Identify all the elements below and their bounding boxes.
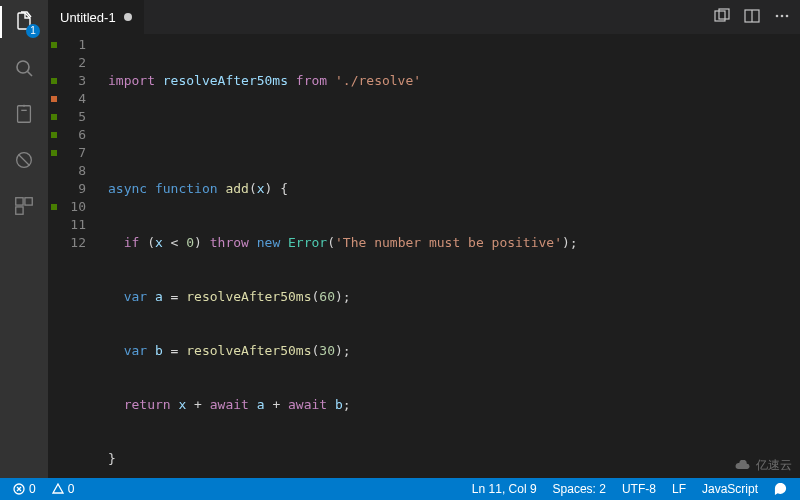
explorer-icon[interactable]: 1 <box>10 8 38 36</box>
watermark: 亿速云 <box>734 457 792 474</box>
glyph-margin <box>48 34 60 478</box>
source-control-icon[interactable] <box>10 100 38 128</box>
status-warnings[interactable]: 0 <box>47 482 80 496</box>
svg-point-0 <box>17 61 29 73</box>
status-encoding[interactable]: UTF-8 <box>617 482 661 496</box>
code-editor[interactable]: 12 34 56 78 910 1112 import resolveAfter… <box>48 34 800 478</box>
status-feedback-icon[interactable] <box>769 483 792 496</box>
status-errors[interactable]: 0 <box>8 482 41 496</box>
split-editor-icon[interactable] <box>744 8 760 27</box>
svg-point-14 <box>776 14 779 17</box>
search-icon[interactable] <box>10 54 38 82</box>
line-numbers: 12 34 56 78 910 1112 <box>60 34 98 478</box>
svg-rect-9 <box>16 207 23 214</box>
svg-point-15 <box>781 14 784 17</box>
more-actions-icon[interactable] <box>774 8 790 27</box>
svg-rect-8 <box>25 198 32 205</box>
svg-line-1 <box>28 72 33 77</box>
debug-icon[interactable] <box>10 146 38 174</box>
code-content[interactable]: import resolveAfter50ms from './resolve'… <box>98 34 800 478</box>
tab-title: Untitled-1 <box>60 10 116 25</box>
dirty-indicator-icon <box>124 13 132 21</box>
svg-rect-2 <box>18 106 31 123</box>
status-bar: 0 0 Ln 11, Col 9 Spaces: 2 UTF-8 LF Java… <box>0 478 800 500</box>
svg-rect-7 <box>16 198 23 205</box>
status-eol[interactable]: LF <box>667 482 691 496</box>
activity-bar: 1 <box>0 0 48 478</box>
status-indentation[interactable]: Spaces: 2 <box>548 482 611 496</box>
extensions-icon[interactable] <box>10 192 38 220</box>
tab-bar: Untitled-1 <box>48 0 800 34</box>
svg-line-6 <box>19 155 30 166</box>
explorer-badge: 1 <box>26 24 40 38</box>
status-cursor-position[interactable]: Ln 11, Col 9 <box>467 482 542 496</box>
status-language[interactable]: JavaScript <box>697 482 763 496</box>
compare-changes-icon[interactable] <box>714 8 730 27</box>
svg-point-16 <box>786 14 789 17</box>
tab-untitled[interactable]: Untitled-1 <box>48 0 144 34</box>
